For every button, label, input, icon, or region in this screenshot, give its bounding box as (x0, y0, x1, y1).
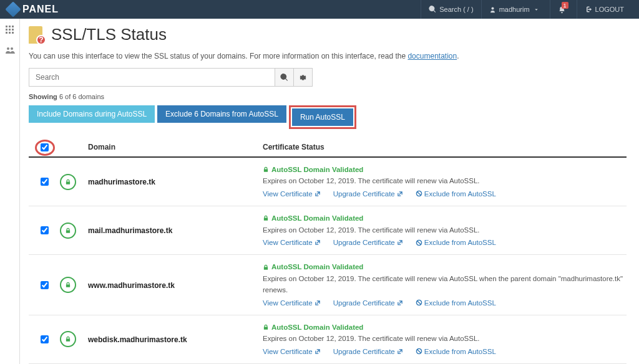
user-name: madhurim (499, 6, 530, 13)
domain-name: madhurimastore.tk (88, 178, 155, 186)
upgrade-certificate-link[interactable]: Upgrade Certificate (333, 346, 403, 357)
expiry-text: Expires on October 12, 2019. The certifi… (263, 273, 627, 296)
upgrade-certificate-link[interactable]: Upgrade Certificate (333, 188, 403, 199)
external-link-icon (315, 239, 321, 246)
svg-rect-0 (6, 26, 7, 27)
brand-text: PANEL (22, 4, 59, 15)
search-button[interactable] (275, 68, 294, 87)
brand-logo[interactable]: PANEL (7, 4, 59, 15)
view-certificate-link[interactable]: View Certificate (263, 188, 321, 199)
lock-icon (65, 336, 71, 342)
external-link-icon (315, 191, 321, 197)
chevron-down-icon (534, 7, 539, 12)
lock-icon (263, 215, 269, 221)
view-certificate-link[interactable]: View Certificate (263, 346, 321, 357)
row-checkbox[interactable] (41, 281, 49, 289)
run-autossl-button[interactable]: Run AutoSSL (292, 108, 353, 126)
table-row: www.madhurimastore.tk AutoSSL Domain Val… (29, 255, 627, 315)
row-checkbox[interactable] (41, 335, 49, 343)
expiry-text: Expires on October 12, 2019. The certifi… (263, 224, 627, 236)
showing-count: Showing 6 of 6 domains (29, 93, 627, 100)
validated-status: AutoSSL Domain Validated (263, 213, 627, 224)
expiry-text: Expires on October 12, 2019. The certifi… (263, 333, 627, 344)
table-header: Domain Certificate Status (29, 138, 627, 158)
ban-icon (416, 299, 422, 306)
logout-icon (585, 6, 592, 13)
sidebar (0, 19, 20, 364)
header-search[interactable]: Search ( / ) (421, 0, 480, 19)
settings-button[interactable] (294, 68, 313, 87)
users-icon[interactable] (5, 46, 15, 57)
ssl-status-icon (60, 331, 76, 347)
upgrade-certificate-link[interactable]: Upgrade Certificate (333, 237, 403, 248)
validated-status: AutoSSL Domain Validated (263, 261, 627, 272)
logout-label: LOGOUT (595, 6, 624, 13)
ssl-status-icon (60, 277, 76, 293)
lock-icon (65, 282, 71, 288)
svg-rect-3 (6, 29, 7, 31)
domain-name: webdisk.madhurimastore.tk (88, 335, 187, 344)
view-certificate-link[interactable]: View Certificate (263, 237, 321, 248)
exclude-from-autossl-link[interactable]: Exclude from AutoSSL (416, 297, 496, 309)
page-title: SSL/TLS Status (51, 25, 167, 44)
column-status: Certificate Status (263, 143, 627, 151)
expiry-text: Expires on October 12, 2019. The certifi… (263, 175, 627, 186)
notifications-button[interactable]: 1 (550, 0, 577, 19)
validated-status: AutoSSL Domain Validated (263, 164, 627, 175)
documentation-link[interactable]: documentation (407, 52, 457, 60)
search-icon (429, 6, 436, 13)
lock-icon (263, 166, 269, 173)
run-autossl-highlight: Run AutoSSL (289, 105, 356, 129)
logout-button[interactable]: LOGOUT (577, 0, 632, 19)
validated-status: AutoSSL Domain Validated (263, 322, 627, 333)
svg-rect-5 (12, 29, 14, 31)
table-row: webdisk.madhurimastore.tk AutoSSL Domain… (29, 315, 627, 364)
ban-icon (416, 190, 422, 197)
table-row: madhurimastore.tk AutoSSL Domain Validat… (29, 158, 627, 206)
lock-icon (65, 228, 71, 234)
svg-rect-4 (9, 29, 11, 31)
ban-icon (416, 239, 422, 246)
exclude-from-autossl-link[interactable]: Exclude from AutoSSL (416, 188, 496, 199)
domain-name: mail.madhurimastore.tk (88, 226, 172, 235)
external-link-icon (397, 348, 403, 355)
external-link-icon (397, 239, 403, 246)
exclude-from-autossl-link[interactable]: Exclude from AutoSSL (416, 346, 496, 357)
svg-rect-7 (9, 32, 11, 34)
apps-icon[interactable] (5, 25, 15, 37)
lock-icon (263, 324, 269, 330)
external-link-icon (315, 348, 321, 355)
row-checkbox[interactable] (41, 178, 49, 186)
view-certificate-link[interactable]: View Certificate (263, 297, 321, 309)
include-domains-button[interactable]: Include Domains during AutoSSL (29, 105, 155, 123)
svg-rect-1 (9, 26, 11, 27)
select-all-checkbox[interactable] (41, 143, 49, 151)
external-link-icon (315, 300, 321, 306)
ssl-status-icon (60, 174, 76, 190)
svg-rect-6 (6, 32, 7, 34)
external-link-icon (397, 191, 403, 197)
column-domain: Domain (88, 143, 263, 151)
top-header: PANEL Search ( / ) madhurim 1 LOGOUT (0, 0, 639, 19)
notif-badge: 1 (562, 2, 568, 9)
gear-icon (299, 74, 307, 82)
exclude-domains-button[interactable]: Exclude 6 Domains from AutoSSL (157, 105, 286, 123)
page-icon: ? (29, 26, 46, 44)
lock-icon (65, 179, 71, 185)
lock-icon (263, 264, 269, 271)
intro-text: You can use this interface to view the S… (29, 52, 627, 60)
user-menu[interactable]: madhurim (481, 0, 550, 19)
table-row: mail.madhurimastore.tk AutoSSL Domain Va… (29, 206, 627, 255)
upgrade-certificate-link[interactable]: Upgrade Certificate (333, 297, 403, 309)
svg-rect-2 (12, 26, 14, 27)
brand-icon (5, 1, 21, 17)
row-checkbox[interactable] (41, 226, 49, 234)
exclude-from-autossl-link[interactable]: Exclude from AutoSSL (416, 237, 496, 248)
header-search-label: Search ( / ) (439, 6, 473, 13)
domain-name: www.madhurimastore.tk (88, 281, 175, 290)
content: ? SSL/TLS Status You can use this interf… (20, 19, 639, 364)
svg-rect-8 (12, 32, 14, 34)
ban-icon (416, 348, 422, 355)
search-input[interactable] (29, 68, 275, 87)
external-link-icon (397, 300, 403, 306)
